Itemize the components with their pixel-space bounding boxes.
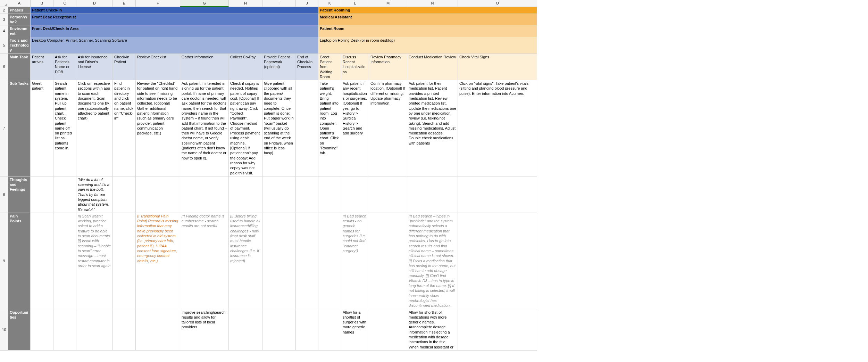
pain-E[interactable] xyxy=(113,213,136,309)
phase-rooming[interactable]: Patient Rooming xyxy=(318,7,537,14)
col-header-I[interactable]: I xyxy=(262,0,296,7)
col-header-M[interactable]: M xyxy=(369,0,407,7)
pain-O[interactable] xyxy=(458,213,537,309)
thoughts-O[interactable] xyxy=(458,176,537,213)
thoughts-M[interactable] xyxy=(369,176,407,213)
person-rooming[interactable]: Medical Assistant xyxy=(318,14,537,26)
subtask-B[interactable]: Greet patient xyxy=(31,80,53,176)
maintask-D[interactable]: Ask for Insurance and Driver's License xyxy=(76,54,113,80)
opp-M[interactable] xyxy=(369,309,407,351)
maintask-B[interactable]: Patient arrives xyxy=(31,54,53,80)
pain-N[interactable]: [!] Bad search – types in "probiotic" an… xyxy=(407,213,458,309)
maintask-I[interactable]: Provide Patient Paperwork (optional) xyxy=(262,54,296,80)
pain-B[interactable] xyxy=(31,213,53,309)
thoughts-G[interactable] xyxy=(180,176,229,213)
col-header-K[interactable]: K xyxy=(318,0,341,7)
col-header-B[interactable]: B xyxy=(31,0,53,7)
opp-C[interactable] xyxy=(53,309,76,351)
opp-H[interactable] xyxy=(229,309,262,351)
thoughts-I[interactable] xyxy=(262,176,296,213)
thoughts-N[interactable] xyxy=(407,176,458,213)
tools-rooming[interactable]: Laptop on Rolling Desk (or in-room deskt… xyxy=(318,37,537,54)
pain-M[interactable] xyxy=(369,213,407,309)
subtask-G[interactable]: Ask patient if interested in signing up … xyxy=(180,80,229,176)
opp-J[interactable] xyxy=(296,309,318,351)
maintask-E[interactable]: Check-in Patient xyxy=(113,54,136,80)
opp-E[interactable] xyxy=(113,309,136,351)
thoughts-H[interactable] xyxy=(229,176,262,213)
thoughts-K[interactable] xyxy=(318,176,341,213)
spreadsheet-grid[interactable]: A B C D E F G H I J K L M N O 2 Phases P… xyxy=(0,0,868,351)
opp-G[interactable]: Improve searching/search results and all… xyxy=(180,309,229,351)
col-header-G[interactable]: G xyxy=(180,0,229,7)
row-header-2[interactable]: 2 xyxy=(0,7,8,14)
col-header-J[interactable]: J xyxy=(296,0,318,7)
row-header-5[interactable]: 5 xyxy=(0,37,8,54)
opp-O[interactable] xyxy=(458,309,537,351)
pain-H[interactable]: [!] Before billing used to handle all in… xyxy=(229,213,262,309)
row-header-7[interactable]: 7 xyxy=(0,80,8,176)
thoughts-C[interactable] xyxy=(53,176,76,213)
pain-F[interactable]: [! Transitional Pain Point] Record is mi… xyxy=(136,213,180,309)
col-header-H[interactable]: H xyxy=(229,0,262,7)
opp-I[interactable] xyxy=(262,309,296,351)
maintask-O[interactable]: Check Vital Signs xyxy=(458,54,537,80)
select-all-corner[interactable] xyxy=(0,0,8,7)
maintask-C[interactable]: Ask for Patient's Name or DOB xyxy=(53,54,76,80)
maintask-N[interactable]: Conduct Medication Review xyxy=(407,54,458,80)
col-header-D[interactable]: D xyxy=(76,0,113,7)
opp-B[interactable] xyxy=(31,309,53,351)
maintask-K[interactable]: Greet Patient from Waiting Room xyxy=(318,54,341,80)
subtask-L[interactable]: Ask patient if any recent hospitalizatio… xyxy=(341,80,369,176)
subtask-D[interactable]: Click on respective sections within app … xyxy=(76,80,113,176)
pain-C[interactable] xyxy=(53,213,76,309)
row-header-8[interactable]: 8 xyxy=(0,176,8,213)
subtask-C[interactable]: Search patient name in system. Pull up p… xyxy=(53,80,76,176)
opp-F[interactable] xyxy=(136,309,180,351)
col-header-A[interactable]: A xyxy=(8,0,31,7)
col-header-F[interactable]: F xyxy=(136,0,180,7)
thoughts-L[interactable] xyxy=(341,176,369,213)
subtask-K[interactable]: Take patient's weight. Bring patient int… xyxy=(318,80,341,176)
pain-G[interactable]: [!] Finding doctor name is cumbersome - … xyxy=(180,213,229,309)
opp-N[interactable]: Allow for shortlist of medications with … xyxy=(407,309,458,351)
subtask-F[interactable]: Review the "Checklist" for patient on ri… xyxy=(136,80,180,176)
opp-D[interactable] xyxy=(76,309,113,351)
phase-checkin[interactable]: Patient Check-In xyxy=(31,7,318,14)
subtask-H[interactable]: Check if copay is needed. Notifies patie… xyxy=(229,80,262,176)
row-header-9[interactable]: 9 xyxy=(0,213,8,309)
person-checkin[interactable]: Front Desk Receptionist xyxy=(31,14,318,26)
row-header-4[interactable]: 4 xyxy=(0,25,8,37)
maintask-H[interactable]: Collect Co-Pay xyxy=(229,54,262,80)
pain-J[interactable] xyxy=(296,213,318,309)
pain-D[interactable]: [!] Scan wasn't working, practice asked … xyxy=(76,213,113,309)
row-header-3[interactable]: 3 xyxy=(0,14,8,26)
subtask-J[interactable] xyxy=(296,80,318,176)
col-header-O[interactable]: O xyxy=(458,0,537,7)
environment-rooming[interactable]: Patient Room xyxy=(318,25,537,37)
opp-K[interactable] xyxy=(318,309,341,351)
row-header-6[interactable]: 6 xyxy=(0,54,8,80)
col-header-N[interactable]: N xyxy=(407,0,458,7)
maintask-G[interactable]: Gather Information xyxy=(180,54,229,80)
opp-L[interactable]: Allow for a shortlist of surgeries with … xyxy=(341,309,369,351)
thoughts-E[interactable] xyxy=(113,176,136,213)
pain-L[interactable]: [!] Bad search results - no generic name… xyxy=(341,213,369,309)
environment-checkin[interactable]: Front Desk/Check-In Area xyxy=(31,25,318,37)
thoughts-B[interactable] xyxy=(31,176,53,213)
col-header-L[interactable]: L xyxy=(341,0,369,7)
subtask-M[interactable]: Confirm pharmacy location. [Optional] If… xyxy=(369,80,407,176)
thoughts-D[interactable]: "We do a lot of scanning and it's a pain… xyxy=(76,176,113,213)
col-header-C[interactable]: C xyxy=(53,0,76,7)
maintask-M[interactable]: Review Pharmacy Information xyxy=(369,54,407,80)
maintask-J[interactable]: End of Check-In Process xyxy=(296,54,318,80)
maintask-L[interactable]: Discuss Recent Hospitalizations xyxy=(341,54,369,80)
subtask-I[interactable]: Give patient clipboard with all the pape… xyxy=(262,80,296,176)
pain-K[interactable] xyxy=(318,213,341,309)
pain-I[interactable] xyxy=(262,213,296,309)
tools-checkin[interactable]: Desktop Computer, Printer, Scanner, Scan… xyxy=(31,37,318,54)
thoughts-F[interactable] xyxy=(136,176,180,213)
col-header-E[interactable]: E xyxy=(113,0,136,7)
subtask-N[interactable]: Ask patient for their medication list. P… xyxy=(407,80,458,176)
thoughts-J[interactable] xyxy=(296,176,318,213)
